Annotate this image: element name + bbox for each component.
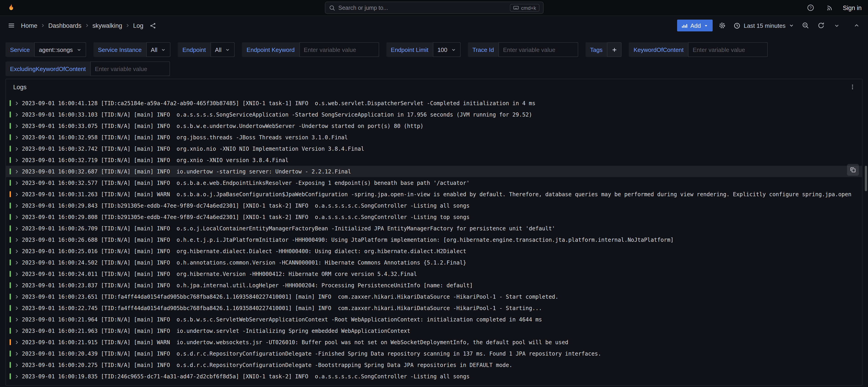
expand-chevron-icon[interactable] <box>14 271 20 277</box>
bar-chart-icon <box>681 22 688 29</box>
log-row[interactable]: 2023-09-01 16:00:25.016 [TID:N/A] [main]… <box>6 246 862 257</box>
rss-news-icon[interactable] <box>824 2 835 14</box>
log-row[interactable]: 2023-09-01 16:00:32.742 [TID:N/A] [main]… <box>6 143 862 154</box>
help-icon[interactable]: ? <box>804 2 816 14</box>
top-nav: Search or jump to... cmd+k ? <box>0 0 868 16</box>
panel-menu-kebab-icon[interactable] <box>846 81 859 93</box>
sign-in-link[interactable]: Sign in <box>843 4 862 11</box>
log-row[interactable]: 2023-09-01 16:00:22.745 [TID:fa4ff44da01… <box>6 302 862 314</box>
log-row[interactable]: 2023-09-01 16:00:20.439 [TID:N/A] [main]… <box>6 348 862 359</box>
log-level-bar <box>9 328 11 334</box>
scrollbar[interactable] <box>865 166 867 191</box>
service-select[interactable]: agent::songs <box>34 42 86 57</box>
breadcrumb: Home Dashboards skywalking Log <box>21 22 143 29</box>
add-tag-button[interactable] <box>607 42 622 57</box>
collapse-toolbar-icon[interactable] <box>851 20 863 31</box>
log-row[interactable]: 2023-09-01 16:00:32.577 [TID:N/A] [main]… <box>6 177 862 189</box>
log-row[interactable]: 2023-09-01 16:00:23.651 [TID:fa4ff44da01… <box>6 291 862 302</box>
menu-toggle-icon[interactable] <box>5 20 17 31</box>
log-row[interactable]: 2023-09-01 16:00:24.502 [TID:N/A] [main]… <box>6 257 862 268</box>
grafana-logo-icon[interactable] <box>6 3 16 12</box>
expand-chevron-icon[interactable] <box>14 340 20 345</box>
expand-chevron-icon[interactable] <box>14 362 20 368</box>
breadcrumb-home[interactable]: Home <box>21 22 37 29</box>
log-row[interactable]: 2023-09-01 16:00:32.687 [TID:N/A] [main]… <box>6 166 862 177</box>
refresh-interval-dropdown-icon[interactable] <box>831 20 842 31</box>
expand-chevron-icon[interactable] <box>14 157 20 163</box>
log-row[interactable]: 2023-09-01 16:00:33.103 [TID:N/A] [main]… <box>6 109 862 120</box>
log-row[interactable]: 2023-09-01 16:00:29.808 [TID:b291305e-ed… <box>6 211 862 223</box>
log-text: 2023-09-01 16:00:19.835 [TID:246c9655-dc… <box>22 373 862 380</box>
refresh-icon[interactable] <box>815 20 827 31</box>
log-row[interactable]: 2023-09-01 16:00:41.128 [TID:ca25184e-a5… <box>6 97 862 109</box>
log-row[interactable]: 2023-09-01 16:00:33.075 [TID:N/A] [main]… <box>6 120 862 132</box>
log-text: 2023-09-01 16:00:32.719 [TID:N/A] [main]… <box>22 157 862 163</box>
keyword-of-content-input[interactable] <box>688 42 768 57</box>
log-row[interactable]: 2023-09-01 16:00:21.964 [TID:N/A] [main]… <box>6 314 862 325</box>
expand-chevron-icon[interactable] <box>14 305 20 311</box>
variable-keyword-of-content-label: KeywordOfContent <box>629 42 688 57</box>
expand-chevron-icon[interactable] <box>14 169 20 174</box>
expand-chevron-icon[interactable] <box>14 100 20 106</box>
excluding-keyword-of-content-input[interactable] <box>90 61 170 76</box>
logs-panel: Logs 2023-09-01 16:00:41.128 [TID:ca2518… <box>5 79 863 386</box>
logs-panel-header[interactable]: Logs <box>6 79 862 95</box>
log-row[interactable]: 2023-09-01 16:00:26.688 [TID:N/A] [main]… <box>6 234 862 246</box>
log-text: 2023-09-01 16:00:21.963 [TID:N/A] [main]… <box>22 328 862 334</box>
expand-chevron-icon[interactable] <box>14 260 20 265</box>
log-row[interactable]: 2023-09-01 16:00:32.958 [TID:N/A] [main]… <box>6 132 862 143</box>
share-icon[interactable] <box>147 20 159 31</box>
expand-chevron-icon[interactable] <box>14 226 20 231</box>
endpoint-keyword-input[interactable] <box>299 42 379 57</box>
log-row[interactable]: 2023-09-01 16:00:20.275 [TID:N/A] [main]… <box>6 359 862 370</box>
log-row[interactable]: 2023-09-01 16:00:21.915 [TID:N/A] [main]… <box>6 336 862 348</box>
expand-chevron-icon[interactable] <box>14 374 20 379</box>
log-row[interactable]: 2023-09-01 16:00:21.963 [TID:N/A] [main]… <box>6 325 862 336</box>
expand-chevron-icon[interactable] <box>14 203 20 208</box>
expand-chevron-icon[interactable] <box>14 237 20 243</box>
expand-chevron-icon[interactable] <box>14 123 20 129</box>
variable-excluding-keyword-of-content: ExcludingKeywordOfContent <box>5 61 170 76</box>
log-text: 2023-09-01 16:00:23.837 [TID:N/A] [main]… <box>22 282 862 288</box>
log-row[interactable]: 2023-09-01 16:00:23.837 [TID:N/A] [main]… <box>6 280 862 291</box>
service-instance-select[interactable]: All <box>146 42 170 57</box>
log-row[interactable]: 2023-09-01 16:00:19.835 [TID:246c9655-dc… <box>6 370 862 382</box>
breadcrumb-current-log[interactable]: Log <box>133 22 143 29</box>
expand-chevron-icon[interactable] <box>14 317 20 322</box>
breadcrumb-dashboards[interactable]: Dashboards <box>48 22 82 29</box>
expand-chevron-icon[interactable] <box>14 180 20 186</box>
expand-chevron-icon[interactable] <box>14 351 20 356</box>
log-level-bar <box>9 271 11 277</box>
log-text: 2023-09-01 16:00:32.742 [TID:N/A] [main]… <box>22 146 862 152</box>
log-row[interactable]: 2023-09-01 16:00:32.719 [TID:N/A] [main]… <box>6 154 862 166</box>
expand-chevron-icon[interactable] <box>14 214 20 220</box>
log-level-bar <box>9 316 11 322</box>
add-panel-button[interactable]: Add <box>677 20 713 31</box>
log-row[interactable]: 2023-09-01 16:00:24.011 [TID:N/A] [main]… <box>6 268 862 280</box>
dashboard-settings-icon[interactable] <box>716 20 728 31</box>
expand-chevron-icon[interactable] <box>14 248 20 254</box>
endpoint-limit-select[interactable]: 100 <box>433 42 460 57</box>
log-level-bar <box>9 305 11 311</box>
log-row[interactable]: 2023-09-01 16:00:26.709 [TID:N/A] [main]… <box>6 223 862 234</box>
expand-chevron-icon[interactable] <box>14 294 20 299</box>
log-level-bar <box>9 362 11 368</box>
log-row[interactable]: 2023-09-01 16:00:29.843 [TID:b291305e-ed… <box>6 200 862 211</box>
trace-id-input[interactable] <box>498 42 578 57</box>
log-row[interactable]: 2023-09-01 16:00:31.263 [TID:N/A] [main]… <box>6 189 862 200</box>
time-range-picker[interactable]: Last 15 minutes <box>732 20 796 31</box>
endpoint-select[interactable]: All <box>210 42 235 57</box>
variable-endpoint-limit-label: Endpoint Limit <box>386 42 433 57</box>
expand-chevron-icon[interactable] <box>14 134 20 140</box>
log-text: 2023-09-01 16:00:31.263 [TID:N/A] [main]… <box>22 191 862 197</box>
copy-log-line-button[interactable] <box>847 164 859 176</box>
expand-chevron-icon[interactable] <box>14 112 20 117</box>
expand-chevron-icon[interactable] <box>14 283 20 288</box>
expand-chevron-icon[interactable] <box>14 191 20 197</box>
breadcrumb-skywalking[interactable]: skywalking <box>93 22 122 29</box>
search-bar[interactable]: Search or jump to... cmd+k <box>324 2 544 14</box>
expand-chevron-icon[interactable] <box>14 328 20 333</box>
zoom-out-icon[interactable] <box>800 20 811 31</box>
log-level-bar <box>9 168 11 174</box>
expand-chevron-icon[interactable] <box>14 146 20 151</box>
